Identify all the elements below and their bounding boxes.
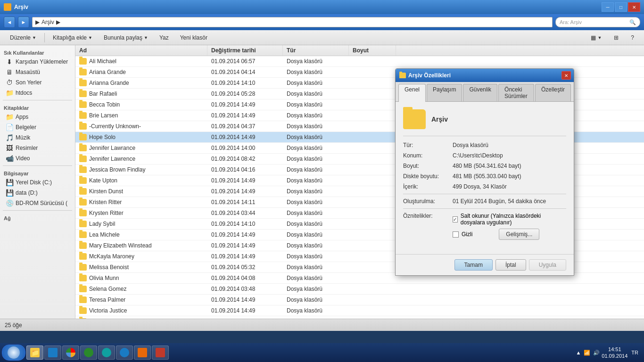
taskbar-skype-button[interactable] [98,346,115,360]
sidebar-item-video[interactable]: 📹 Video [0,153,75,164]
file-date: 01.09.2014 14:49 [207,230,283,239]
address-path[interactable]: ▶ Arşiv ▶ [32,17,553,27]
file-date: 01.09.2014 08:42 [207,155,283,163]
close-button[interactable]: ✕ [628,2,640,12]
table-row[interactable]: Yvonne Strahovski 01.09.2014 14:49 Dosya… [75,316,644,319]
sidebar-item-htdocs[interactable]: 📁 htdocs [0,88,75,98]
lang-indicator[interactable]: TR [631,350,638,355]
taskbar-ie-button[interactable] [116,346,133,360]
prop-label: İçerik: [403,183,453,190]
downloads-icon: ⬇ [6,58,13,66]
sidebar-item-pictures[interactable]: 🖼 Resimler [0,143,75,153]
explorer-icon: 📁 [30,348,40,357]
sidebar-item-drive-c[interactable]: 💾 Yerel Disk (C:) [0,177,75,188]
search-box[interactable]: Ara: Arşiv 🔍 [555,17,640,27]
dialog-title-bar: Arşiv Özellikleri ✕ [396,69,574,82]
file-date: 01.09.2014 14:49 [207,306,283,315]
help-button[interactable]: ? [626,32,639,44]
maximize-button[interactable]: □ [615,2,627,12]
taskbar-chrome-button[interactable] [62,346,79,360]
file-type: Dosya klasörü [283,133,349,141]
view-button[interactable]: ▦ ▼ [586,32,607,44]
clock-area[interactable]: 14:51 01.09.2014 [602,346,627,360]
sidebar-item-drive-c-label: Yerel Disk (C:) [16,179,52,186]
file-date: 01.09.2014 04:14 [207,68,283,76]
title-bar-title: Arşiv [14,4,28,10]
column-size[interactable]: Boyut [349,45,396,56]
dialog-advanced-button[interactable]: Gelişmiş... [499,229,539,240]
table-row[interactable]: Teresa Palmer 01.09.2014 14:49 Dosya kla… [75,295,644,305]
dialog-tab-sharing[interactable]: Paylaşım [427,84,462,101]
file-name: Jennifer Lawrence [89,156,135,162]
file-size [349,180,396,181]
prop-label: Diskte boyutu: [403,173,453,180]
start-button[interactable] [2,345,25,361]
preview-button[interactable]: ⊞ [609,32,624,44]
file-size [349,277,396,279]
dialog-apply-button[interactable]: Uygula [529,259,566,271]
file-size [349,310,396,312]
dialog-prop-row: Boyut: 480 MB (504.341.624 bayt) [403,163,566,169]
dialog-close-button[interactable]: ✕ [561,71,571,80]
video-icon: 📹 [6,155,13,162]
prop-value: 481 MB (505.303.040 bayt) [453,173,566,180]
sidebar-item-documents[interactable]: 📄 Belgeler [0,122,75,132]
folder-icon [79,145,87,151]
sidebar-item-music[interactable]: 🎵 Müzik [0,132,75,143]
dialog-hidden-checkbox[interactable] [453,231,459,238]
dialog-readonly-checkbox[interactable] [453,216,458,222]
file-date: 01.09.2014 14:00 [207,144,283,152]
file-name: -Currently Unknown- [89,123,141,130]
folder-icon [79,69,87,75]
help-icon: ? [631,34,634,41]
new-folder-label: Yeni klasör [180,34,207,41]
share-button[interactable]: Bununla paylaş ▼ [99,32,153,44]
sidebar-item-apps[interactable]: 📁 Apps [0,112,75,122]
sys-tray: ▲ 📶 🔊 [576,350,600,356]
column-name[interactable]: Ad [75,45,207,56]
properties-dialog[interactable]: Arşiv Özellikleri ✕ Genel Paylaşım Güven… [395,68,574,276]
minimize-button[interactable]: ─ [602,2,614,12]
dialog-tab-prev-versions[interactable]: Önceki Sürümler [498,84,534,101]
tray-arrow[interactable]: ▲ [576,350,581,355]
sidebar-item-drive-d[interactable]: 💾 data (D:) [0,188,75,198]
sidebar-item-desktop[interactable]: 🖥 Masaüstü [0,67,75,77]
taskbar-app7-button[interactable] [152,346,169,360]
organize-button[interactable]: Düzenle ▼ [5,32,41,44]
sidebar-item-recent[interactable]: ⏱ Son Yerler [0,77,75,88]
prop-value: Dosya klasörü [453,142,566,148]
dialog-separator-attrs [403,208,566,209]
file-type: Dosya klasörü [283,122,349,131]
burn-button[interactable]: Yaz [154,32,174,44]
sidebar-item-documents-label: Belgeler [16,124,36,131]
sidebar-divider-2 [3,165,72,166]
sidebar-item-downloads[interactable]: ⬇ Karşıdan Yüklemeler [0,57,75,67]
status-bar: 25 öğe [0,319,644,331]
column-date[interactable]: Değiştirme tarihi [207,45,283,56]
column-type[interactable]: Tür [283,45,349,56]
new-folder-button[interactable]: Yeni klasör [175,32,213,44]
table-row[interactable]: Selena Gomez 01.09.2014 03:48 Dosya klas… [75,284,644,295]
back-button[interactable]: ◄ [4,16,15,28]
taskbar-spotify-button[interactable] [80,346,97,360]
taskbar-explorer-button[interactable]: 📁 [26,346,43,360]
dialog-tab-customize[interactable]: Özelleştir [535,84,571,101]
table-row[interactable]: Victoria Justice 01.09.2014 14:49 Dosya … [75,305,644,316]
file-date: 01.09.2014 14:10 [207,79,283,87]
sidebar-item-bdrom[interactable]: 💿 BD-ROM Sürücüsü ( [0,198,75,208]
dialog-tab-general[interactable]: Genel [398,84,426,102]
taskbar-app6-button[interactable] [134,346,151,360]
drive-c-icon: 💾 [6,179,13,186]
file-date: 01.09.2014 14:49 [207,296,283,304]
dialog-ok-button[interactable]: Tamam [454,259,493,271]
title-bar-folder-icon [4,3,11,11]
dialog-tab-security[interactable]: Güvenlik [463,84,497,101]
file-size [349,136,396,138]
forward-button[interactable]: ► [18,16,29,28]
dialog-cancel-button[interactable]: İptal [495,259,526,271]
table-row[interactable]: Ali Michael 01.09.2014 06:57 Dosya klasö… [75,56,644,67]
library-button[interactable]: Kitaplığa ekle ▼ [48,32,98,44]
file-name: McKayla Maroney [89,253,134,260]
file-size [349,82,396,84]
taskbar-taskbar-button[interactable] [44,346,61,360]
